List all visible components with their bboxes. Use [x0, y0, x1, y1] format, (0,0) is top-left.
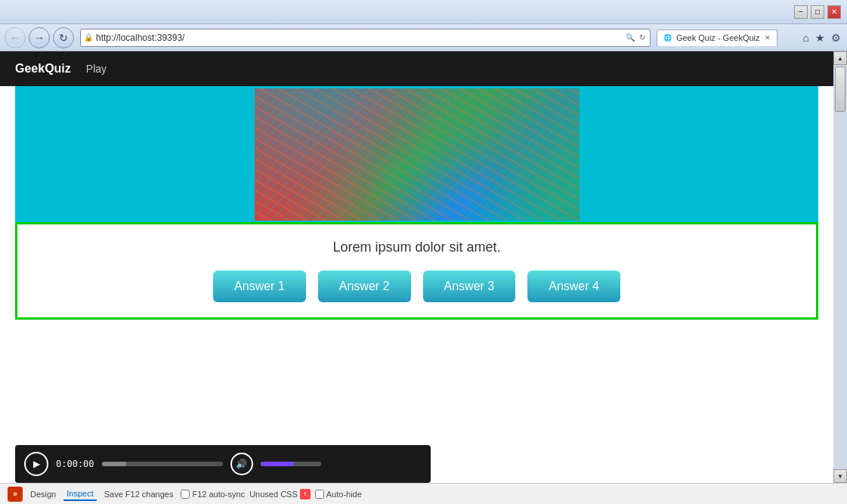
volume-fill: [261, 462, 294, 466]
autohide-row: Auto-hide: [315, 490, 362, 499]
answer-1-button[interactable]: Answer 1: [213, 271, 306, 302]
settings-icon[interactable]: ⚙: [830, 30, 842, 45]
autosync-label: F12 auto-sync: [192, 490, 245, 499]
back-button[interactable]: ←: [5, 27, 26, 48]
autosync-row: F12 auto-sync: [181, 490, 245, 499]
devtools-bar: » Design Inspect Save F12 changes F12 au…: [0, 483, 847, 504]
active-tab[interactable]: 🌐 Geek Quiz - GeekQuiz ✕: [657, 29, 777, 46]
scrollbar[interactable]: ▲ ▼: [833, 51, 847, 483]
title-bar-controls: − □ ✕: [794, 5, 841, 19]
quiz-area: Lorem ipsum dolor sit amet. Answer 1 Ans…: [0, 86, 833, 439]
page-content: ▲ ▼ GeekQuiz Play Lorem ipsum dolor sit …: [0, 51, 847, 483]
toolbar-icons: 🌐 Geek Quiz - GeekQuiz ✕ ⌂ ★ ⚙: [657, 29, 842, 46]
unused-css-label: Unused CSS: [249, 490, 298, 499]
scroll-thumb[interactable]: [835, 66, 845, 112]
design-button[interactable]: Design: [27, 488, 59, 500]
nav-play-link[interactable]: Play: [86, 63, 107, 75]
title-bar: − □ ✕: [0, 0, 847, 24]
unused-css-row: Unused CSS !: [249, 489, 311, 499]
autohide-label: Auto-hide: [326, 490, 362, 499]
minimize-button[interactable]: −: [794, 5, 808, 19]
banner-image: [255, 88, 580, 221]
volume-bar[interactable]: [261, 462, 321, 466]
answer-section: Lorem ipsum dolor sit amet. Answer 1 Ans…: [15, 222, 818, 320]
scroll-track[interactable]: [833, 65, 847, 469]
refresh-button[interactable]: ↻: [53, 27, 74, 48]
css-warning-icon: !: [300, 489, 311, 499]
scroll-down-button[interactable]: ▼: [833, 469, 847, 483]
address-actions: 🔍 ↻: [624, 33, 647, 42]
progress-fill: [102, 462, 126, 466]
address-icon: 🔒: [84, 33, 93, 42]
app-brand: GeekQuiz: [15, 62, 71, 76]
tab-favicon: 🌐: [663, 34, 672, 42]
maximize-button[interactable]: □: [811, 5, 824, 19]
address-bar[interactable]: 🔒 http://localhost:39393/ 🔍 ↻: [80, 29, 651, 47]
image-banner: [15, 86, 818, 222]
devtools-icon: »: [8, 487, 23, 502]
progress-bar[interactable]: [102, 462, 223, 466]
media-player: ▶ 0:00:00 🔊: [15, 445, 431, 483]
save-f12-button[interactable]: Save F12 changes: [101, 488, 177, 500]
play-button[interactable]: ▶: [24, 452, 48, 476]
answer-4-button[interactable]: Answer 4: [527, 271, 620, 302]
home-icon[interactable]: ⌂: [802, 30, 811, 45]
autohide-checkbox[interactable]: [315, 490, 324, 499]
abstract-art: [255, 88, 580, 221]
forward-button[interactable]: →: [29, 27, 50, 48]
time-display: 0:00:00: [56, 459, 94, 469]
address-text: http://localhost:39393/: [96, 32, 624, 43]
close-button[interactable]: ✕: [827, 5, 841, 19]
answer-3-button[interactable]: Answer 3: [423, 271, 516, 302]
tab-close-button[interactable]: ✕: [765, 34, 771, 42]
browser-toolbar: ← → ↻ 🔒 http://localhost:39393/ 🔍 ↻ 🌐 Ge…: [0, 24, 847, 51]
answer-2-button[interactable]: Answer 2: [318, 271, 411, 302]
inspect-button[interactable]: Inspect: [63, 487, 96, 501]
scroll-up-button[interactable]: ▲: [833, 51, 847, 65]
app-navbar: GeekQuiz Play: [0, 51, 833, 86]
question-text: Lorem ipsum dolor sit amet.: [332, 240, 500, 255]
tab-title: Geek Quiz - GeekQuiz: [676, 33, 760, 42]
refresh-addr-btn[interactable]: ↻: [638, 33, 647, 42]
answers-row: Answer 1 Answer 2 Answer 3 Answer 4: [213, 271, 620, 302]
autosync-checkbox[interactable]: [181, 490, 190, 499]
search-btn[interactable]: 🔍: [624, 33, 636, 42]
volume-button[interactable]: 🔊: [230, 453, 253, 475]
favorites-icon[interactable]: ★: [814, 30, 827, 45]
